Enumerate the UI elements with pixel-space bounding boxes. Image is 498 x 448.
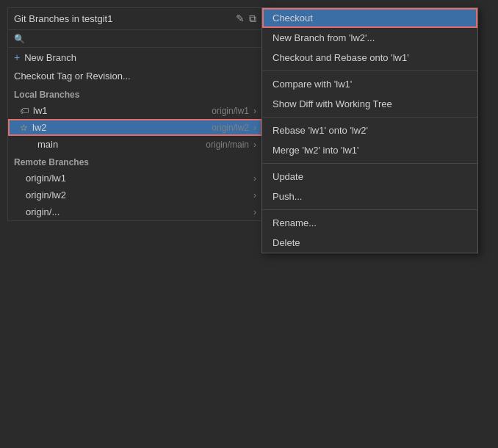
- ctx-checkout-rebase[interactable]: Checkout and Rebase onto 'lw1': [262, 48, 477, 68]
- branch-item-lw1[interactable]: 🏷 lw1 origin/lw1 ›: [8, 102, 262, 119]
- panel-icons: ✎ ⧉: [236, 12, 256, 25]
- remote-branch-other[interactable]: origin/... ›: [8, 203, 262, 220]
- ctx-delete[interactable]: Delete: [262, 233, 477, 253]
- panel-title: Git Branches in testgit1: [14, 13, 112, 24]
- star-icon-lw2: ☆: [20, 123, 28, 133]
- branch-name-lw2: lw2: [32, 122, 212, 133]
- branch-arrow-lw1: ›: [253, 106, 256, 116]
- tag-icon-lw1: 🏷: [20, 106, 29, 116]
- search-input[interactable]: [29, 33, 256, 44]
- branch-remote-lw1: origin/lw1: [212, 106, 249, 116]
- window-icon[interactable]: ⧉: [249, 12, 256, 25]
- search-bar: 🔍: [8, 30, 262, 48]
- edit-icon[interactable]: ✎: [236, 12, 245, 25]
- panel-header: Git Branches in testgit1 ✎ ⧉: [8, 8, 262, 30]
- ctx-sep-2: [262, 117, 477, 118]
- ctx-update[interactable]: Update: [262, 167, 477, 187]
- branch-name-lw1: lw1: [33, 105, 212, 116]
- ctx-rebase[interactable]: Rebase 'lw1' onto 'lw2': [262, 120, 477, 140]
- ctx-sep-4: [262, 209, 477, 210]
- ctx-new-branch-from[interactable]: New Branch from 'lw2'...: [262, 28, 477, 48]
- context-menu: Checkout New Branch from 'lw2'... Checko…: [261, 7, 478, 253]
- ctx-sep-1: [262, 71, 477, 71]
- remote-arrow-lw1: ›: [253, 173, 256, 184]
- branch-remote-lw2: origin/lw2: [212, 123, 249, 133]
- remote-arrow-lw2: ›: [253, 190, 256, 200]
- branch-arrow-lw2: ›: [253, 123, 256, 133]
- ctx-merge[interactable]: Merge 'lw2' into 'lw1': [262, 140, 477, 160]
- ctx-compare[interactable]: Compare with 'lw1': [262, 74, 477, 94]
- plus-icon: +: [14, 51, 20, 63]
- branch-item-main[interactable]: main origin/main ›: [8, 136, 262, 153]
- branch-name-main: main: [37, 139, 206, 150]
- remote-branch-name-lw2: origin/lw2: [26, 189, 253, 200]
- local-branches-header: Local Branches: [8, 85, 262, 102]
- remote-arrow-other: ›: [253, 207, 256, 217]
- branch-remote-main: origin/main: [206, 140, 249, 150]
- ctx-push[interactable]: Push...: [262, 187, 477, 206]
- branch-arrow-main: ›: [253, 140, 256, 150]
- remote-branches-header: Remote Branches: [8, 153, 262, 170]
- remote-branch-name-lw1: origin/lw1: [26, 173, 253, 184]
- ctx-show-diff[interactable]: Show Diff with Working Tree: [262, 94, 477, 114]
- ctx-sep-3: [262, 163, 477, 164]
- new-branch-item[interactable]: + New Branch: [8, 48, 262, 67]
- ctx-checkout[interactable]: Checkout: [262, 8, 477, 28]
- git-branches-panel: Git Branches in testgit1 ✎ ⧉ 🔍 + New Bra…: [7, 7, 263, 221]
- checkout-tag-item[interactable]: Checkout Tag or Revision...: [8, 67, 262, 85]
- checkout-tag-label: Checkout Tag or Revision...: [14, 71, 131, 82]
- remote-branch-name-other: origin/...: [26, 206, 253, 217]
- ctx-rename[interactable]: Rename...: [262, 213, 477, 233]
- remote-branch-lw2[interactable]: origin/lw2 ›: [8, 187, 262, 203]
- branch-item-lw2[interactable]: ☆ lw2 origin/lw2 ›: [8, 119, 262, 136]
- remote-branch-lw1[interactable]: origin/lw1 ›: [8, 170, 262, 187]
- new-branch-label: New Branch: [24, 52, 76, 63]
- search-icon: 🔍: [14, 34, 25, 44]
